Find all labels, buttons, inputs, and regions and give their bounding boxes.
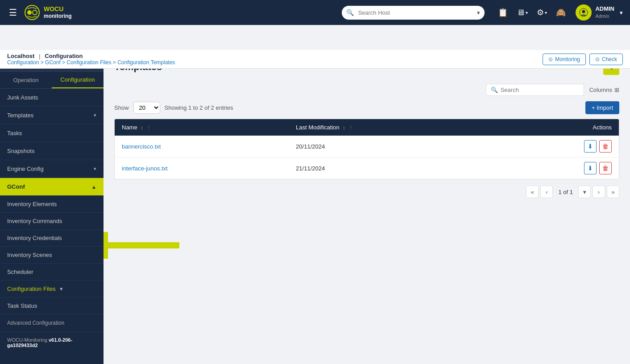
main-content: Templates ↻ 🔍 Columns ⊞ Show 20 50 100 (104, 50, 630, 364)
download-button[interactable]: ⬇ (584, 162, 597, 174)
search-dropdown-arrow-icon[interactable]: ▾ (477, 9, 480, 16)
pagination: « ‹ 1 of 1 ▾ › » (114, 186, 619, 198)
col-actions: Actions (497, 119, 619, 136)
search-input[interactable] (501, 87, 579, 93)
sidebar: 🌐 Selected Realm localhost ▾ Operation C… (0, 50, 104, 364)
navbar-actions: 📋 🖥 ▾ ⚙ ▾ 🙈 (495, 5, 568, 20)
sidebar-item-snapshots[interactable]: Snapshots (0, 142, 104, 160)
svg-point-1 (27, 10, 32, 15)
entries-info: Showing 1 to 2 of 2 entries (165, 104, 233, 111)
modification-date-cell: 21/11/2024 (289, 157, 497, 179)
search-host-container: 🔍 ▾ (342, 6, 485, 20)
sidebar-item-task-status[interactable]: Task Status (0, 298, 104, 314)
sidebar-item-scheduler[interactable]: Scheduler (0, 264, 104, 281)
name-col-settings-icon[interactable]: ⋮ (146, 125, 151, 130)
check-icon: ⊙ (595, 56, 600, 62)
sidebar-item-inventory-scenes[interactable]: Inventory Scenes (0, 247, 104, 264)
delete-button[interactable]: 🗑 (599, 140, 612, 153)
tab-operation[interactable]: Operation (0, 72, 52, 88)
page-info: 1 of 1 (555, 189, 576, 195)
menu-button[interactable]: ☰ (7, 5, 19, 20)
action-cell: ⬇ 🗑 (497, 157, 619, 179)
table-row: bannercisco.txt 20/11/2024 ⬇ 🗑 (115, 136, 619, 157)
columns-button[interactable]: Columns ⊞ (589, 87, 619, 93)
monitor-button[interactable]: 🖥 ▾ (514, 5, 531, 20)
monitoring-icon: ⊙ (548, 56, 553, 62)
first-page-button[interactable]: « (526, 186, 539, 198)
modification-sort-icon[interactable]: ↕ (343, 125, 345, 130)
user-info: ADMIN Admin (595, 5, 614, 19)
navbar: ☰ WOCU monitoring 🔍 ▾ 📋 🖥 ▾ ⚙ ▾ 🙈 ADMIN … (0, 0, 630, 25)
monitoring-button[interactable]: ⊙ Monitoring (543, 54, 586, 65)
avatar (576, 4, 592, 21)
eye-slash-button[interactable]: 🙈 (553, 5, 568, 20)
config-files-expand-icon: ▾ (60, 285, 63, 292)
sidebar-item-tasks[interactable]: Tasks (0, 124, 104, 142)
next-page-button[interactable]: › (593, 186, 605, 198)
sidebar-item-inventory-elements[interactable]: Inventory Elements (0, 196, 104, 213)
wocu-logo-icon (24, 4, 40, 21)
last-page-button[interactable]: » (607, 186, 619, 198)
search-icon: 🔍 (346, 9, 354, 16)
version-info: WOCU-Monitoring v61.0-206-ga1029433d2 (0, 332, 104, 353)
file-name-cell[interactable]: bannercisco.txt (115, 136, 289, 157)
download-button[interactable]: ⬇ (584, 140, 597, 153)
notes-button[interactable]: 📋 (495, 5, 510, 20)
toolbar: 🔍 Columns ⊞ (114, 84, 619, 96)
svg-point-4 (582, 10, 585, 13)
logo-text: WOCU monitoring (44, 5, 72, 19)
user-menu[interactable]: ADMIN Admin ▾ (576, 4, 623, 21)
gconf-expand-icon: ▲ (91, 184, 96, 190)
show-entries-row: Show 20 50 100 Showing 1 to 2 of 2 entri… (114, 101, 619, 114)
import-button[interactable]: + Import (585, 101, 619, 114)
sidebar-item-inventory-commands[interactable]: Inventory Commands (0, 213, 104, 230)
subheader-buttons: ⊙ Monitoring ⊙ Check (543, 54, 623, 65)
data-table: Name ↕ ⋮ Last Modification ↕ ⋮ Actions b… (114, 119, 619, 179)
show-label: Show (114, 104, 129, 111)
sidebar-item-templates[interactable]: Templates ▾ (0, 107, 104, 124)
page-dropdown-button[interactable]: ▾ (578, 186, 591, 198)
modification-col-settings-icon[interactable]: ⋮ (348, 125, 353, 130)
layout: 🌐 Selected Realm localhost ▾ Operation C… (0, 50, 630, 364)
col-modification: Last Modification ↕ ⋮ (289, 119, 497, 136)
show-select[interactable]: 20 50 100 (133, 102, 160, 114)
col-name: Name ↕ ⋮ (115, 119, 289, 136)
delete-button[interactable]: 🗑 (599, 162, 612, 174)
search-box: 🔍 (486, 84, 584, 96)
sidebar-item-junk-assets[interactable]: Junk Assets (0, 89, 104, 107)
breadcrumb: Localhost | Configuration Configuration … (7, 53, 175, 66)
name-sort-icon[interactable]: ↕ (141, 125, 143, 130)
tab-configuration[interactable]: Configuration (52, 72, 104, 88)
advanced-configuration: Advanced Configuration (0, 314, 104, 332)
engine-config-expand-icon: ▾ (94, 166, 96, 172)
columns-icon: ⊞ (614, 87, 619, 93)
sidebar-item-engine-config[interactable]: Engine Config ▾ (0, 160, 104, 178)
prev-page-button[interactable]: ‹ (540, 186, 553, 198)
search-host-input[interactable] (342, 6, 485, 20)
settings-button[interactable]: ⚙ ▾ (534, 5, 550, 20)
user-dropdown-icon: ▾ (620, 9, 623, 16)
sidebar-item-gconf[interactable]: GConf ▲ (0, 178, 104, 196)
svg-point-2 (33, 10, 37, 15)
file-name-cell[interactable]: interface-junos.txt (115, 157, 289, 179)
action-cell: ⬇ 🗑 (497, 136, 619, 157)
sidebar-tabs: Operation Configuration (0, 72, 104, 89)
templates-expand-icon: ▾ (94, 112, 96, 118)
sidebar-item-inventory-credentials[interactable]: Inventory Credentials (0, 230, 104, 247)
sidebar-item-configuration-files[interactable]: Configuration Files ▾ (0, 281, 104, 298)
subheader: Localhost | Configuration Configuration … (0, 50, 630, 69)
logo: WOCU monitoring (24, 4, 72, 21)
table-row: interface-junos.txt 21/11/2024 ⬇ 🗑 (115, 157, 619, 179)
check-button[interactable]: ⊙ Check (589, 54, 623, 65)
modification-date-cell: 20/11/2024 (289, 136, 497, 157)
search-icon: 🔍 (491, 87, 498, 93)
